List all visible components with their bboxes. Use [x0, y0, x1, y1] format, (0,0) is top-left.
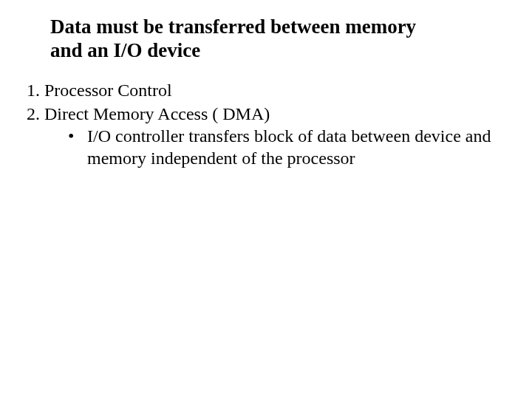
list-item-text: Processor Control — [44, 81, 172, 100]
ordered-list: Processor Control Direct Memory Access (… — [15, 79, 510, 169]
list-item: Direct Memory Access ( DMA) I/O controll… — [44, 103, 510, 169]
slide-title: Data must be transferred between memory … — [50, 15, 442, 63]
bullet-item-text: I/O controller transfers block of data b… — [87, 126, 491, 168]
list-item-text: Direct Memory Access ( DMA) — [44, 104, 270, 123]
bullet-list: I/O controller transfers block of data b… — [44, 125, 510, 169]
slide: Data must be transferred between memory … — [0, 0, 532, 399]
list-item: Processor Control — [44, 79, 510, 101]
bullet-item: I/O controller transfers block of data b… — [66, 125, 510, 169]
